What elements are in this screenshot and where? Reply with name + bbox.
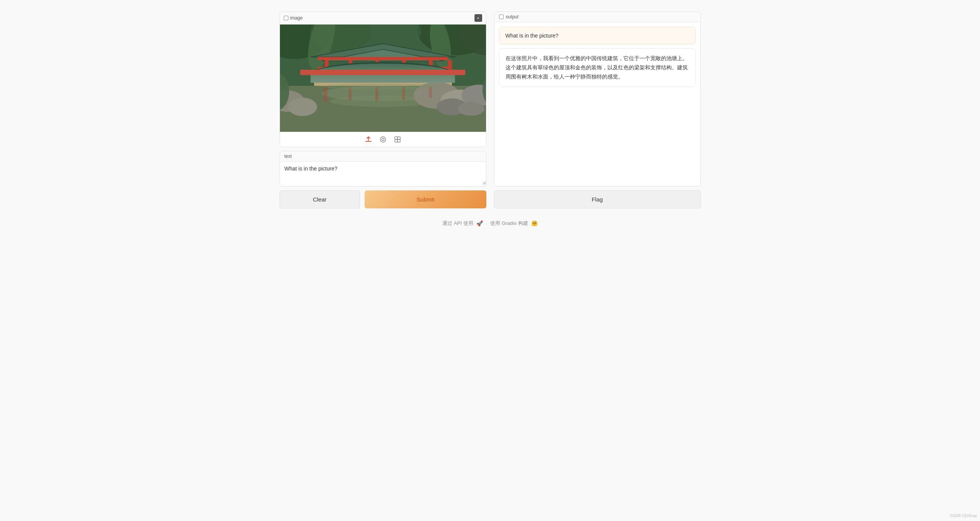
submit-button[interactable]: Submit <box>365 190 486 208</box>
gallery-icon[interactable] <box>393 135 402 144</box>
garden-svg <box>280 25 486 132</box>
svg-point-27 <box>458 102 484 116</box>
output-icon <box>499 15 504 19</box>
svg-rect-17 <box>318 67 448 69</box>
svg-point-29 <box>288 98 317 116</box>
corner-text: ©SDR ©DrRoar <box>950 514 977 518</box>
svg-point-37 <box>322 84 444 90</box>
question-text: What is in the picture? <box>506 33 559 39</box>
footer-dot: · <box>486 221 488 226</box>
image-display <box>280 25 486 132</box>
api-text: 通过 API 使用 <box>442 220 473 227</box>
output-card: output What is in the picture? 在这张照片中，我看… <box>494 11 701 187</box>
svg-rect-15 <box>429 60 433 81</box>
upload-icon[interactable] <box>364 135 373 144</box>
text-input[interactable] <box>280 162 486 185</box>
garden-image <box>280 25 486 132</box>
svg-rect-14 <box>402 60 406 81</box>
svg-rect-10 <box>318 57 448 60</box>
svg-rect-18 <box>324 70 442 81</box>
image-toolbar <box>280 132 486 147</box>
answer-text: 在这张照片中，我看到一个优雅的中国传统建筑，它位于一个宽敞的池塘上。这个建筑具有… <box>506 55 688 80</box>
svg-rect-12 <box>348 60 352 81</box>
question-bubble: What is in the picture? <box>499 27 696 44</box>
svg-rect-41 <box>398 137 400 139</box>
image-label: image <box>284 15 303 21</box>
image-card-header: image × <box>280 12 486 25</box>
answer-bubble: 在这张照片中，我看到一个优雅的中国传统建筑，它位于一个宽敞的池塘上。这个建筑具有… <box>499 48 696 87</box>
image-card: image × <box>280 11 486 147</box>
text-card: text <box>280 151 486 187</box>
image-icon <box>284 16 288 20</box>
gradio-text: 使用 Gradio 构建 <box>490 220 528 227</box>
button-row: Clear Submit <box>280 190 486 208</box>
gradio-icon: 🤗 <box>531 220 538 226</box>
clear-button[interactable]: Clear <box>280 190 360 208</box>
svg-rect-40 <box>395 137 398 139</box>
svg-point-39 <box>382 138 384 141</box>
main-container: image × <box>280 11 701 208</box>
output-label: output <box>506 14 519 20</box>
text-card-header: text <box>280 151 486 162</box>
svg-rect-16 <box>448 60 452 81</box>
flag-button[interactable]: Flag <box>494 190 701 208</box>
text-label: text <box>285 154 292 159</box>
svg-rect-13 <box>375 60 379 81</box>
svg-rect-32 <box>324 87 327 102</box>
svg-point-38 <box>380 137 386 142</box>
footer: 通过 API 使用 🚀 · 使用 Gradio 构建 🤗 <box>442 220 537 227</box>
rocket-icon: 🚀 <box>476 220 483 226</box>
close-button-label: × <box>477 16 479 20</box>
output-card-header: output <box>494 12 700 22</box>
svg-rect-42 <box>395 139 398 142</box>
svg-rect-11 <box>325 60 329 81</box>
left-panel: image × <box>280 11 486 208</box>
svg-rect-43 <box>398 139 400 142</box>
close-button[interactable]: × <box>474 14 482 22</box>
image-label-text: image <box>290 15 303 21</box>
output-content: What is in the picture? 在这张照片中，我看到一个优雅的中… <box>494 22 700 168</box>
camera-icon[interactable] <box>379 135 387 144</box>
right-panel: output What is in the picture? 在这张照片中，我看… <box>494 11 701 208</box>
